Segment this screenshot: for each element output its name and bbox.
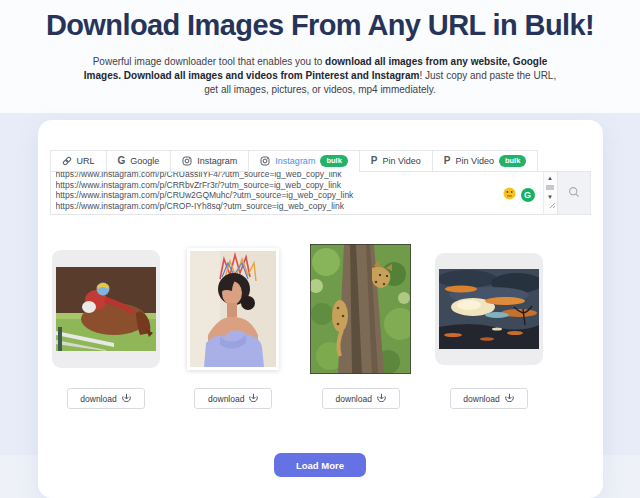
download-button[interactable]: download: [322, 388, 400, 409]
tab-instagram-bulk-label: Instagram: [275, 156, 315, 166]
search-button[interactable]: [558, 171, 591, 215]
download-icon: [505, 393, 514, 404]
bulk-badge: bulk: [499, 155, 526, 167]
result-image-leopard: [310, 244, 411, 374]
url-line: https://www.instagram.com/p/CRRbvZrFr3r/…: [56, 180, 557, 191]
tab-instagram-bulk[interactable]: Instagram bulk: [248, 150, 359, 172]
bulk-badge: bulk: [320, 155, 347, 167]
results-grid: download: [52, 243, 543, 409]
url-line: https://www.instagram.com/p/CRUassIiYF4/…: [56, 171, 557, 180]
download-button-label: download: [80, 394, 116, 404]
downloader-section: URL G Google Instagram Instagram bulk: [0, 113, 640, 498]
result-image-woman-illustration: [190, 251, 276, 367]
scrollbar-thumb[interactable]: [546, 185, 554, 190]
pinterest-icon: P: [371, 156, 378, 166]
tab-instagram-label: Instagram: [197, 156, 237, 166]
download-icon: [122, 393, 131, 404]
thumbnail-sunset-painting: [435, 243, 543, 375]
emoji-face-icon[interactable]: [503, 186, 516, 204]
result-item: download: [307, 243, 415, 409]
download-button-label: download: [208, 394, 244, 404]
result-item: download: [52, 243, 160, 409]
tab-pin-video-bulk-label: Pin Video: [456, 156, 494, 166]
page-title: Download Images From Any URL in Bulk!: [0, 9, 640, 42]
tab-google[interactable]: G Google: [106, 150, 172, 172]
url-line: https://www.instagram.com/p/CROP-IYh8sq/…: [56, 201, 557, 212]
url-textarea[interactable]: https://www.instagram.com/p/CRUassIiYF4/…: [50, 171, 558, 215]
tab-pin-video-label: Pin Video: [382, 156, 420, 166]
downloader-card: URL G Google Instagram Instagram bulk: [38, 120, 603, 498]
download-button[interactable]: download: [67, 388, 145, 409]
tab-pin-video[interactable]: P Pin Video: [359, 150, 433, 172]
hero-section: Download Images From Any URL in Bulk! Po…: [0, 0, 640, 113]
page-subtitle: Powerful image downloader tool that enab…: [83, 55, 557, 97]
grammarly-icon[interactable]: G: [521, 188, 535, 202]
download-icon: [249, 393, 258, 404]
download-icon: [377, 393, 386, 404]
download-button-label: download: [336, 394, 372, 404]
instagram-icon: [260, 156, 270, 166]
thumbnail-horse-race: [52, 243, 160, 375]
tab-instagram[interactable]: Instagram: [170, 150, 249, 172]
tab-url[interactable]: URL: [50, 150, 107, 172]
url-line: https://www.instagram.com/p/CRUw2GQMuhc/…: [56, 190, 557, 201]
tab-google-label: Google: [130, 156, 159, 166]
search-icon: [568, 184, 580, 202]
pinterest-icon: P: [444, 156, 451, 166]
load-more-button[interactable]: Load More: [274, 453, 366, 477]
link-icon: [62, 156, 72, 166]
tab-url-label: URL: [77, 156, 95, 166]
download-button-label: download: [463, 394, 499, 404]
thumbnail-leopard: [307, 243, 415, 375]
result-item: download: [180, 243, 288, 409]
google-icon: G: [118, 156, 126, 166]
download-button[interactable]: download: [450, 388, 528, 409]
url-input-row: https://www.instagram.com/p/CRUassIiYF4/…: [50, 171, 591, 215]
result-image-horse-race: [56, 267, 156, 351]
textarea-extension-icons: G: [503, 186, 535, 204]
source-tabs: URL G Google Instagram Instagram bulk: [50, 150, 591, 172]
result-image-sunset-painting: [439, 269, 539, 349]
instagram-icon: [182, 156, 192, 166]
subtitle-text: Powerful image downloader tool that enab…: [93, 56, 325, 67]
result-item: download: [435, 243, 543, 409]
tab-pin-video-bulk[interactable]: P Pin Video bulk: [432, 150, 538, 172]
resize-grip-icon[interactable]: [548, 195, 556, 213]
download-button[interactable]: download: [194, 388, 272, 409]
scroll-up-icon[interactable]: ▲: [547, 174, 553, 182]
thumbnail-woman-illustration: [180, 243, 288, 375]
